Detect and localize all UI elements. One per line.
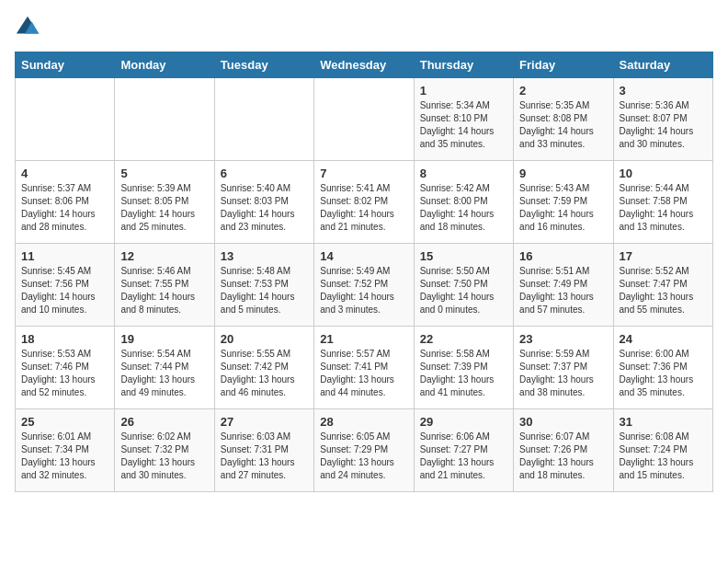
logo: [15, 15, 44, 40]
day-number: 8: [420, 167, 507, 180]
week-row-1: 1Sunrise: 5:34 AM Sunset: 8:10 PM Daylig…: [16, 78, 713, 161]
logo-icon: [15, 15, 40, 40]
week-row-4: 18Sunrise: 5:53 AM Sunset: 7:46 PM Dayli…: [16, 327, 713, 409]
day-number: 27: [221, 415, 308, 429]
day-number: 3: [620, 84, 707, 98]
day-info: Sunrise: 6:03 AM Sunset: 7:31 PM Dayligh…: [221, 431, 308, 482]
day-info: Sunrise: 5:59 AM Sunset: 7:37 PM Dayligh…: [519, 348, 607, 399]
day-number: 31: [620, 415, 707, 429]
day-number: 30: [519, 415, 607, 429]
day-info: Sunrise: 5:52 AM Sunset: 7:47 PM Dayligh…: [620, 265, 707, 316]
day-number: 16: [519, 249, 607, 263]
day-info: Sunrise: 5:46 AM Sunset: 7:55 PM Dayligh…: [120, 265, 208, 316]
header-friday: Friday: [514, 52, 613, 78]
day-number: 13: [221, 249, 308, 263]
day-info: Sunrise: 5:44 AM Sunset: 7:58 PM Dayligh…: [620, 182, 707, 234]
calendar-cell: 16Sunrise: 5:51 AM Sunset: 7:49 PM Dayli…: [514, 244, 613, 327]
day-number: 20: [221, 332, 308, 346]
day-number: 26: [120, 415, 208, 429]
day-info: Sunrise: 5:58 AM Sunset: 7:39 PM Dayligh…: [420, 348, 507, 399]
day-info: Sunrise: 6:08 AM Sunset: 7:24 PM Dayligh…: [620, 431, 707, 482]
day-info: Sunrise: 5:51 AM Sunset: 7:49 PM Dayligh…: [519, 265, 607, 316]
day-number: 23: [519, 332, 607, 346]
day-number: 11: [21, 249, 108, 263]
calendar-cell: 4Sunrise: 5:37 AM Sunset: 8:06 PM Daylig…: [16, 161, 115, 244]
day-info: Sunrise: 6:02 AM Sunset: 7:32 PM Dayligh…: [120, 431, 208, 482]
calendar-cell: 21Sunrise: 5:57 AM Sunset: 7:41 PM Dayli…: [314, 327, 414, 409]
day-number: 2: [519, 84, 607, 98]
header-row: SundayMondayTuesdayWednesdayThursdayFrid…: [16, 52, 713, 78]
calendar-cell: 24Sunrise: 6:00 AM Sunset: 7:36 PM Dayli…: [613, 327, 712, 409]
calendar-cell: [115, 78, 214, 161]
calendar-cell: 26Sunrise: 6:02 AM Sunset: 7:32 PM Dayli…: [115, 409, 214, 492]
day-number: 25: [21, 415, 108, 429]
day-info: Sunrise: 6:07 AM Sunset: 7:26 PM Dayligh…: [519, 431, 607, 482]
calendar-cell: 6Sunrise: 5:40 AM Sunset: 8:03 PM Daylig…: [214, 161, 313, 244]
day-number: 21: [320, 332, 407, 346]
day-info: Sunrise: 5:54 AM Sunset: 7:44 PM Dayligh…: [120, 348, 208, 399]
calendar-cell: 28Sunrise: 6:05 AM Sunset: 7:29 PM Dayli…: [314, 409, 414, 492]
calendar-cell: 23Sunrise: 5:59 AM Sunset: 7:37 PM Dayli…: [514, 327, 613, 409]
calendar-cell: 8Sunrise: 5:42 AM Sunset: 8:00 PM Daylig…: [414, 161, 513, 244]
calendar-cell: 18Sunrise: 5:53 AM Sunset: 7:46 PM Dayli…: [16, 327, 115, 409]
day-info: Sunrise: 6:00 AM Sunset: 7:36 PM Dayligh…: [620, 348, 707, 399]
calendar-cell: 3Sunrise: 5:36 AM Sunset: 8:07 PM Daylig…: [613, 78, 712, 161]
day-number: 10: [620, 167, 707, 180]
day-number: 15: [420, 249, 507, 263]
calendar-cell: 10Sunrise: 5:44 AM Sunset: 7:58 PM Dayli…: [613, 161, 712, 244]
day-info: Sunrise: 5:39 AM Sunset: 8:05 PM Dayligh…: [120, 182, 208, 234]
header-sunday: Sunday: [16, 52, 115, 78]
week-row-3: 11Sunrise: 5:45 AM Sunset: 7:56 PM Dayli…: [16, 244, 713, 327]
day-number: 14: [320, 249, 407, 263]
calendar-table: SundayMondayTuesdayWednesdayThursdayFrid…: [15, 52, 713, 492]
day-info: Sunrise: 6:05 AM Sunset: 7:29 PM Dayligh…: [320, 431, 407, 482]
header-tuesday: Tuesday: [214, 52, 313, 78]
day-number: 1: [420, 84, 507, 98]
calendar-cell: 1Sunrise: 5:34 AM Sunset: 8:10 PM Daylig…: [414, 78, 513, 161]
calendar-cell: 31Sunrise: 6:08 AM Sunset: 7:24 PM Dayli…: [613, 409, 712, 492]
day-info: Sunrise: 5:45 AM Sunset: 7:56 PM Dayligh…: [21, 265, 108, 316]
calendar-cell: 2Sunrise: 5:35 AM Sunset: 8:08 PM Daylig…: [514, 78, 613, 161]
day-info: Sunrise: 5:43 AM Sunset: 7:59 PM Dayligh…: [519, 182, 607, 234]
day-info: Sunrise: 5:50 AM Sunset: 7:50 PM Dayligh…: [420, 265, 507, 316]
calendar-cell: 19Sunrise: 5:54 AM Sunset: 7:44 PM Dayli…: [115, 327, 214, 409]
calendar-cell: 11Sunrise: 5:45 AM Sunset: 7:56 PM Dayli…: [16, 244, 115, 327]
day-info: Sunrise: 5:34 AM Sunset: 8:10 PM Dayligh…: [420, 99, 507, 151]
calendar-cell: [314, 78, 414, 161]
day-info: Sunrise: 5:53 AM Sunset: 7:46 PM Dayligh…: [21, 348, 108, 399]
day-number: 9: [519, 167, 607, 180]
calendar-cell: 27Sunrise: 6:03 AM Sunset: 7:31 PM Dayli…: [214, 409, 313, 492]
calendar-cell: 9Sunrise: 5:43 AM Sunset: 7:59 PM Daylig…: [514, 161, 613, 244]
day-info: Sunrise: 5:41 AM Sunset: 8:02 PM Dayligh…: [320, 182, 407, 234]
calendar-cell: 20Sunrise: 5:55 AM Sunset: 7:42 PM Dayli…: [214, 327, 313, 409]
day-number: 22: [420, 332, 507, 346]
day-number: 5: [120, 167, 208, 180]
calendar-cell: 15Sunrise: 5:50 AM Sunset: 7:50 PM Dayli…: [414, 244, 513, 327]
day-info: Sunrise: 5:57 AM Sunset: 7:41 PM Dayligh…: [320, 348, 407, 399]
day-info: Sunrise: 5:49 AM Sunset: 7:52 PM Dayligh…: [320, 265, 407, 316]
calendar-cell: 5Sunrise: 5:39 AM Sunset: 8:05 PM Daylig…: [115, 161, 214, 244]
day-number: 29: [420, 415, 507, 429]
page-header: [15, 15, 713, 40]
day-number: 18: [21, 332, 108, 346]
header-monday: Monday: [115, 52, 214, 78]
calendar-cell: 12Sunrise: 5:46 AM Sunset: 7:55 PM Dayli…: [115, 244, 214, 327]
day-info: Sunrise: 5:48 AM Sunset: 7:53 PM Dayligh…: [221, 265, 308, 316]
day-number: 4: [21, 167, 108, 180]
day-info: Sunrise: 5:40 AM Sunset: 8:03 PM Dayligh…: [221, 182, 308, 234]
calendar-cell: [16, 78, 115, 161]
day-number: 28: [320, 415, 407, 429]
day-info: Sunrise: 5:36 AM Sunset: 8:07 PM Dayligh…: [620, 99, 707, 151]
day-info: Sunrise: 5:42 AM Sunset: 8:00 PM Dayligh…: [420, 182, 507, 234]
day-info: Sunrise: 5:55 AM Sunset: 7:42 PM Dayligh…: [221, 348, 308, 399]
week-row-2: 4Sunrise: 5:37 AM Sunset: 8:06 PM Daylig…: [16, 161, 713, 244]
day-info: Sunrise: 5:37 AM Sunset: 8:06 PM Dayligh…: [21, 182, 108, 234]
day-info: Sunrise: 5:35 AM Sunset: 8:08 PM Dayligh…: [519, 99, 607, 151]
header-thursday: Thursday: [414, 52, 513, 78]
calendar-cell: 29Sunrise: 6:06 AM Sunset: 7:27 PM Dayli…: [414, 409, 513, 492]
calendar-cell: 30Sunrise: 6:07 AM Sunset: 7:26 PM Dayli…: [514, 409, 613, 492]
calendar-cell: 13Sunrise: 5:48 AM Sunset: 7:53 PM Dayli…: [214, 244, 313, 327]
day-number: 24: [620, 332, 707, 346]
day-number: 6: [221, 167, 308, 180]
calendar-cell: 7Sunrise: 5:41 AM Sunset: 8:02 PM Daylig…: [314, 161, 414, 244]
